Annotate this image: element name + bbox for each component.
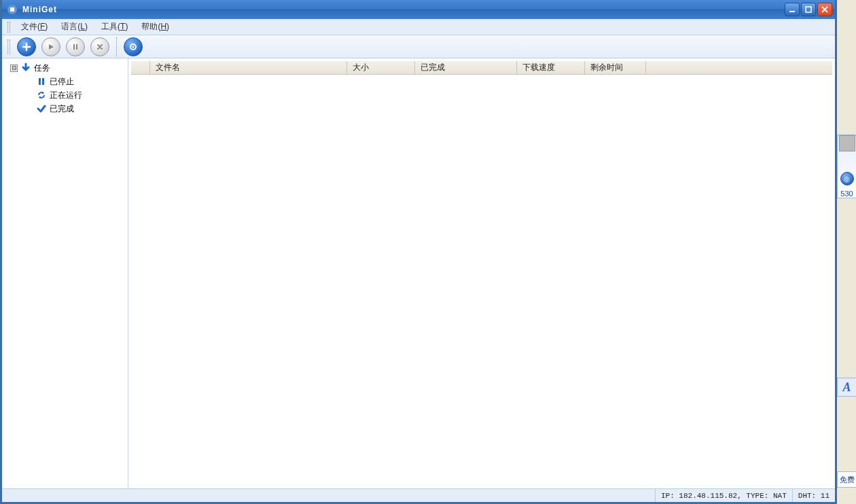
svg-rect-4 [76,44,77,50]
task-tree: ⊟ 任务 已停止 [2,61,128,115]
svg-rect-8 [42,78,44,85]
tree-item-running[interactable]: 正在运行 [36,88,128,102]
svg-rect-1 [789,11,795,12]
menu-help-hotkey: H [160,22,166,31]
tree-root-label: 任务 [34,62,50,74]
tree-item-label: 正在运行 [50,90,82,101]
tree-expander[interactable]: ⊟ [10,65,18,72]
side-app-icon[interactable]: ◎ [840,172,854,185]
status-bar: IP: 182.48.115.82, TYPE: NAT DHT: 11 [2,488,835,502]
task-list[interactable] [131,75,832,486]
start-button[interactable] [41,37,60,56]
titlebar[interactable]: MiniGet [2,0,835,19]
sidebar: ⊟ 任务 已停止 [2,58,128,488]
side-a-button[interactable]: A [837,378,856,397]
tree-item-label: 已停止 [50,76,74,88]
tree-item-label: 已完成 [50,103,74,115]
side-free-text: 免费 [840,475,855,485]
app-title: MiniGet [22,5,785,14]
menu-file-hotkey: F [40,22,45,31]
menu-language[interactable]: 语言(L) [56,20,93,34]
toolbar-grip[interactable] [7,39,10,54]
column-remaining-label: 剩余时间 [590,62,623,73]
column-icon[interactable] [131,61,150,74]
status-dht: DHT: 11 [792,489,835,502]
status-ip: IP: 182.48.115.82, TYPE: NAT [655,489,792,502]
menu-tools[interactable]: 工具(T) [96,20,133,34]
column-filename-label: 文件名 [156,62,180,73]
menu-grip[interactable] [7,22,10,33]
status-filler [2,489,655,502]
close-button[interactable] [817,3,832,16]
window-controls [785,3,832,16]
minimize-button[interactable] [785,3,800,16]
side-a-label: A [842,380,851,395]
refresh-icon [36,90,47,101]
menu-language-hotkey: L [80,22,85,31]
maximize-button[interactable] [801,3,816,16]
column-size[interactable]: 大小 [347,61,415,74]
body-area: ⊟ 任务 已停止 [2,58,835,488]
side-number: 530 [840,190,853,198]
settings-button[interactable] [124,37,143,56]
app-icon [6,3,18,16]
menu-tools-label: 工具 [101,22,118,31]
tree-root-row[interactable]: ⊟ 任务 [10,61,128,75]
main-window: MiniGet 文件(F) 语言(L) 工具(T) 帮助(H) [0,0,837,504]
download-arrow-icon [20,62,31,73]
toolbar [2,35,835,58]
column-remaining[interactable]: 剩余时间 [585,61,646,74]
pause-button[interactable] [66,37,85,56]
menu-tools-hotkey: T [120,22,125,31]
svg-rect-2 [806,7,811,12]
menu-help[interactable]: 帮助(H) [136,20,175,34]
tree-children: 已停止 正在运行 已完成 [10,75,128,115]
menu-file[interactable]: 文件(F) [16,20,53,34]
column-speed[interactable]: 下载速度 [517,61,585,74]
column-size-label: 大小 [353,62,369,73]
avatar-thumbnail[interactable] [839,135,855,151]
column-completed-label: 已完成 [421,62,445,73]
menu-language-label: 语言 [61,22,77,31]
svg-point-6 [132,46,135,48]
main-panel: 文件名 大小 已完成 下载速度 剩余时间 [128,58,835,488]
tree-item-completed[interactable]: 已完成 [36,102,128,115]
svg-rect-7 [39,78,41,85]
list-header: 文件名 大小 已完成 下载速度 剩余时间 [131,61,832,75]
column-filename[interactable]: 文件名 [150,61,347,74]
check-icon [36,103,47,114]
menu-help-label: 帮助 [141,22,158,31]
side-free-label[interactable]: 免费 [837,471,856,488]
column-speed-label: 下载速度 [522,62,555,73]
delete-button[interactable] [90,37,109,56]
menu-bar: 文件(F) 语言(L) 工具(T) 帮助(H) [2,19,835,35]
menu-file-label: 文件 [21,22,37,31]
svg-rect-3 [73,44,75,50]
column-completed[interactable]: 已完成 [415,61,517,74]
add-task-button[interactable] [17,37,36,56]
side-panel[interactable]: ◎ 530 [837,134,856,198]
pause-icon [36,76,47,87]
tree-item-stopped[interactable]: 已停止 [36,75,128,88]
toolbar-separator [116,37,117,56]
